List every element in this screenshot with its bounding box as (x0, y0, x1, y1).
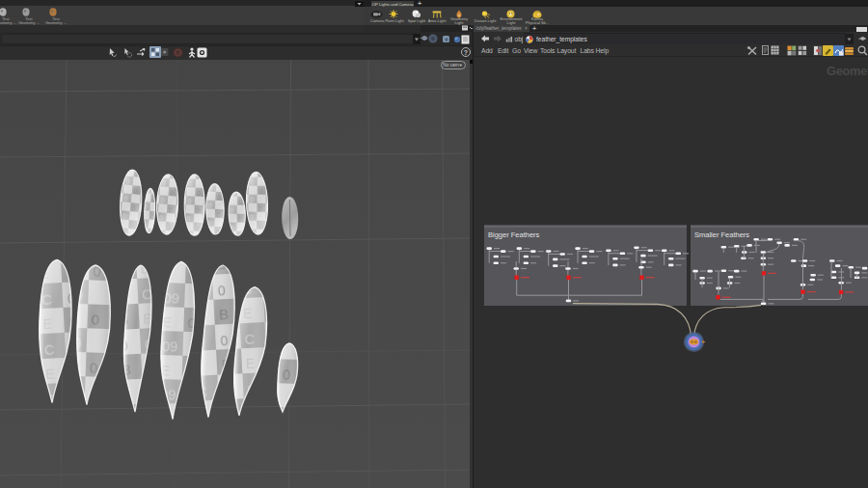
svg-text:Geometry ...: Geometry ... (45, 20, 67, 25)
svg-text:Geometry: Geometry (827, 64, 868, 78)
svg-text:Smaller Feathers: Smaller Feathers (694, 230, 749, 239)
svg-text:×: × (525, 26, 528, 31)
svg-text:Geometry ...: Geometry ... (18, 20, 40, 25)
svg-text:Bigger Feathers: Bigger Feathers (488, 230, 540, 239)
svg-text:No cam: No cam (443, 63, 459, 68)
svg-text:LOP Lights and Cameras: LOP Lights and Cameras (371, 2, 414, 7)
svg-text:/obj/feather_templates: /obj/feather_templates (475, 26, 522, 31)
